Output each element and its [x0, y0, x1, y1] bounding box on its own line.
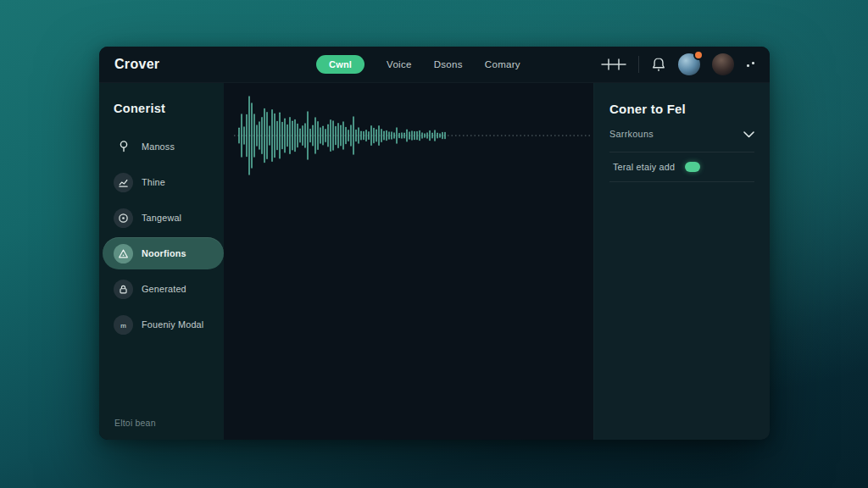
- waveform: [234, 93, 590, 178]
- sidebar: Conerist Manoss: [99, 83, 224, 440]
- user-avatar-1[interactable]: [678, 53, 700, 75]
- waveform-container[interactable]: [234, 93, 590, 181]
- nav-tab-active[interactable]: Cwnl: [316, 55, 364, 74]
- sidebar-item-label: Manoss: [142, 141, 175, 152]
- sidebar-title: Conerist: [114, 102, 224, 115]
- topbar-divider: [638, 56, 639, 73]
- sidebar-menu: Manoss Thine: [99, 129, 224, 342]
- panel-section-header[interactable]: Sarrkouns: [609, 126, 754, 152]
- topbar: Crover Cwnl Voice Dsons Comary: [99, 47, 770, 83]
- sidebar-footer-text: Eltoi bean: [114, 418, 156, 428]
- sidebar-item-label: Noorfions: [142, 248, 186, 258]
- target-icon: [114, 208, 133, 228]
- sidebar-item-foueniy-modal[interactable]: m Foueniy Modal: [99, 307, 224, 342]
- sidebar-item-generated[interactable]: Generated: [99, 271, 224, 307]
- avatar-notification-badge: [693, 50, 704, 60]
- panel-title: Coner to Fel: [609, 102, 754, 116]
- alert-triangle-icon: [114, 244, 133, 263]
- sidebar-item-noorfions[interactable]: Noorfions: [103, 237, 224, 269]
- brand-logo: Crover: [114, 57, 159, 72]
- nav-tab-voice[interactable]: Voice: [387, 59, 412, 69]
- chevron-down-icon[interactable]: [743, 126, 754, 141]
- svg-text:m: m: [120, 321, 126, 329]
- lock-icon: [114, 280, 133, 299]
- sidebar-item-thine[interactable]: Thine: [99, 164, 224, 200]
- panel-setting-row: Teral etaiy add: [609, 152, 754, 182]
- model-m-icon: m: [114, 315, 133, 335]
- nav-tab-dsons[interactable]: Dsons: [434, 59, 463, 69]
- app-window: Crover Cwnl Voice Dsons Comary: [99, 47, 770, 440]
- app-body: Conerist Manoss: [99, 83, 770, 440]
- main-content: [224, 83, 593, 440]
- sidebar-item-label: Thine: [142, 177, 165, 187]
- sidebar-item-label: Foueniy Modal: [142, 319, 203, 330]
- sidebar-item-tangewal[interactable]: Tangewal: [99, 200, 224, 236]
- pin-icon: [114, 139, 133, 154]
- sidebar-item-label: Tangewal: [142, 213, 181, 223]
- overflow-menu-icon[interactable]: [746, 59, 756, 69]
- sidebar-item-manoss[interactable]: Manoss: [99, 129, 224, 164]
- main-nav: Cwnl Voice Dsons Comary: [316, 47, 520, 82]
- notifications-bell-icon[interactable]: [651, 56, 666, 73]
- topbar-actions: [601, 47, 756, 82]
- setting-label: Teral etaiy add: [613, 162, 675, 172]
- right-panel: Coner to Fel Sarrkouns Teral etaiy add: [593, 83, 770, 440]
- nav-tab-comary[interactable]: Comary: [485, 59, 520, 69]
- fader-icon[interactable]: [601, 57, 626, 72]
- chart-icon: [114, 173, 133, 192]
- sidebar-item-label: Generated: [142, 284, 186, 294]
- panel-subtitle: Sarrkouns: [609, 129, 654, 139]
- user-avatar-2[interactable]: [712, 53, 734, 75]
- setting-toggle[interactable]: [685, 162, 700, 172]
